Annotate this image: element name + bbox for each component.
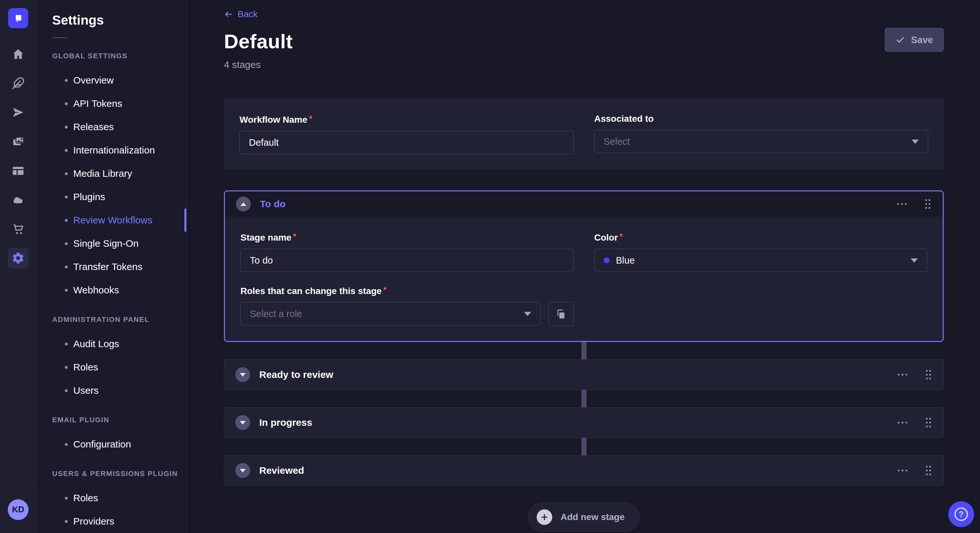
sidebar-item-roles[interactable]: Roles xyxy=(52,355,186,379)
bullet-icon xyxy=(65,242,68,245)
stage-color-field: Color* Blue xyxy=(594,232,928,272)
more-options-icon xyxy=(896,468,910,473)
cloud-icon[interactable] xyxy=(8,189,29,210)
drag-handle[interactable] xyxy=(924,465,932,476)
stage-options-button[interactable] xyxy=(896,373,910,377)
sidebar-item-label: Single Sign-On xyxy=(73,238,139,249)
paper-plane-icon[interactable] xyxy=(8,102,29,123)
sidebar-item-transfer-tokens[interactable]: Transfer Tokens xyxy=(52,255,186,279)
sidebar-item-audit-logs[interactable]: Audit Logs xyxy=(52,332,186,355)
images-icon[interactable] xyxy=(8,131,29,152)
question-mark-icon: ? xyxy=(955,508,968,521)
roles-select[interactable]: Select a role xyxy=(240,302,541,325)
feather-icon[interactable] xyxy=(8,73,29,94)
logo-section xyxy=(0,0,36,36)
roles-controls: Select a role xyxy=(240,296,574,326)
stage-row-in-progress[interactable]: In progress xyxy=(224,408,944,438)
expand-toggle-button[interactable] xyxy=(235,415,250,430)
section-users-permissions-plugin: USERS & PERMISSIONS PLUGIN xyxy=(52,470,186,478)
chevron-up-icon xyxy=(240,202,246,206)
required-asterisk: * xyxy=(309,114,312,124)
layout-icon[interactable] xyxy=(8,160,29,181)
sidebar-item-label: Roles xyxy=(73,362,98,373)
drag-handle[interactable] xyxy=(924,417,932,428)
drag-handle[interactable] xyxy=(924,198,932,210)
stage-roles-label: Roles that can change this stage* xyxy=(240,285,574,296)
sidebar-item-label: Configuration xyxy=(73,439,131,450)
workflow-name-field: Workflow Name* Default xyxy=(240,114,574,154)
bullet-icon xyxy=(65,443,68,446)
bullet-icon xyxy=(65,389,68,392)
expand-toggle-button[interactable] xyxy=(235,463,250,478)
duplicate-icon xyxy=(555,309,566,320)
expand-toggle-button[interactable] xyxy=(235,367,250,382)
settings-subnav: Settings GLOBAL SETTINGS Overview API To… xyxy=(37,0,187,533)
subnav-title: Settings xyxy=(52,13,186,27)
stage-title: To do xyxy=(260,198,285,209)
subnav-divider xyxy=(52,37,68,38)
sidebar-item-plugins[interactable]: Plugins xyxy=(52,185,186,209)
sidebar-item-releases[interactable]: Releases xyxy=(52,115,186,139)
help-button[interactable]: ? xyxy=(948,501,974,527)
chevron-down-icon xyxy=(240,373,246,377)
check-icon xyxy=(896,35,905,45)
bullet-icon xyxy=(65,149,68,152)
section-email-plugin: EMAIL PLUGIN xyxy=(52,416,186,424)
back-link[interactable]: Back xyxy=(224,9,258,19)
sidebar-item-label: Providers xyxy=(73,516,115,527)
strapi-logo[interactable] xyxy=(8,8,28,28)
sidebar-item-internationalization[interactable]: Internationalization xyxy=(52,139,186,162)
stage-connector xyxy=(581,390,587,408)
sidebar-item-overview[interactable]: Overview xyxy=(52,69,186,92)
stage-roles-field: Roles that can change this stage* Select… xyxy=(240,285,574,326)
sidebar-item-users[interactable]: Users xyxy=(52,379,186,402)
associated-to-select[interactable]: Select xyxy=(594,130,929,153)
sidebar-item-label: Media Library xyxy=(73,168,132,179)
cart-icon[interactable] xyxy=(8,219,29,239)
sidebar-item-single-sign-on[interactable]: Single Sign-On xyxy=(52,232,186,255)
rail-bottom: KD xyxy=(0,486,36,533)
drag-handle-icon xyxy=(924,198,932,210)
add-new-stage-button[interactable]: Add new stage xyxy=(528,503,640,532)
main-content: Back Default 4 stages Save Workflow Name… xyxy=(187,0,980,533)
stage-name-input[interactable]: To do xyxy=(240,249,574,272)
sidebar-item-configuration[interactable]: Configuration xyxy=(52,433,186,456)
stage-row-reviewed[interactable]: Reviewed xyxy=(224,455,944,486)
chevron-down-icon xyxy=(912,140,919,144)
save-button[interactable]: Save xyxy=(885,28,944,52)
sidebar-item-up-roles[interactable]: Roles xyxy=(52,486,186,510)
stage-options-button[interactable] xyxy=(896,420,910,425)
active-indicator xyxy=(185,209,186,232)
nav-list-global: Overview API Tokens Releases Internation… xyxy=(52,69,186,302)
bullet-icon xyxy=(65,219,68,222)
stage-options-button[interactable] xyxy=(896,468,910,473)
stage-name-field: Stage name* To do xyxy=(240,232,574,272)
bullet-icon xyxy=(65,172,68,175)
stage-name-value: To do xyxy=(250,255,273,266)
workflow-name-input[interactable]: Default xyxy=(240,131,574,154)
nav-list-admin: Audit Logs Roles Users xyxy=(52,332,186,402)
avatar[interactable]: KD xyxy=(8,499,29,520)
home-icon[interactable] xyxy=(8,44,29,65)
sidebar-item-label: Roles xyxy=(73,493,98,503)
sidebar-item-webhooks[interactable]: Webhooks xyxy=(52,279,186,302)
stage-row-ready-to-review[interactable]: Ready to review xyxy=(224,359,944,390)
sidebar-item-label: Transfer Tokens xyxy=(73,261,142,272)
apply-to-all-stages-button[interactable] xyxy=(548,302,574,326)
stage-options-button[interactable] xyxy=(896,202,910,206)
more-options-icon xyxy=(896,373,910,377)
stage-header-to-do[interactable]: To do xyxy=(225,191,943,217)
bullet-icon xyxy=(65,520,68,523)
bullet-icon xyxy=(65,265,68,268)
collapse-toggle-button[interactable] xyxy=(236,197,251,211)
sidebar-item-label: API Tokens xyxy=(73,98,122,109)
sidebar-item-review-workflows[interactable]: Review Workflows xyxy=(52,209,186,232)
sidebar-item-media-library[interactable]: Media Library xyxy=(52,162,186,185)
drag-handle-icon xyxy=(924,417,932,428)
sidebar-item-providers[interactable]: Providers xyxy=(52,510,186,533)
required-asterisk: * xyxy=(293,232,296,241)
drag-handle[interactable] xyxy=(924,369,932,381)
gear-icon[interactable] xyxy=(8,248,29,268)
stage-color-select[interactable]: Blue xyxy=(594,249,928,272)
sidebar-item-api-tokens[interactable]: API Tokens xyxy=(52,92,186,115)
